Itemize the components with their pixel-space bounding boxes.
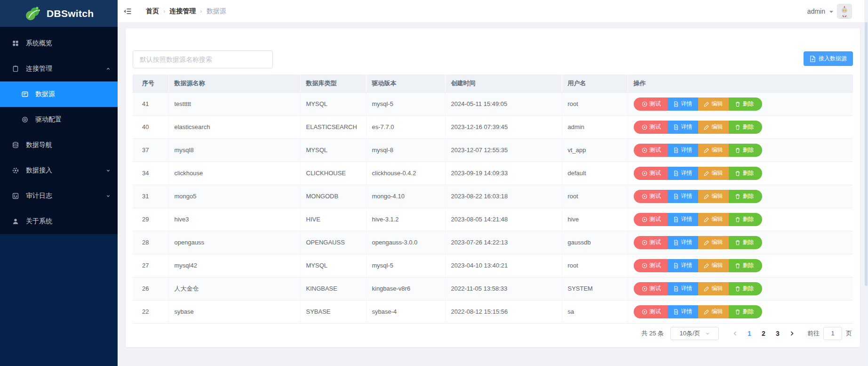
sidebar-item-data-navigation[interactable]: 数据导航 <box>0 132 118 158</box>
breadcrumb-connection-mgmt[interactable]: 连接管理 <box>169 7 196 16</box>
cell-type: HIVE <box>300 208 366 231</box>
edit-button[interactable]: 编辑 <box>698 98 729 111</box>
edit-button[interactable]: 编辑 <box>698 282 729 295</box>
table-body: 41 testtttt MYSQL mysql-5 2024-05-11 15:… <box>133 92 853 323</box>
sidebar-item-about-system[interactable]: 关于系统 <box>0 209 118 234</box>
detail-button[interactable]: 详情 <box>668 236 698 249</box>
add-datasource-label: 接入数据源 <box>819 55 847 63</box>
test-button-label: 测试 <box>650 192 661 200</box>
document-icon <box>673 101 679 107</box>
test-button[interactable]: 测试 <box>634 144 668 157</box>
edit-button[interactable]: 编辑 <box>698 144 729 157</box>
detail-button[interactable]: 详情 <box>668 98 698 111</box>
test-button[interactable]: 测试 <box>634 282 668 295</box>
sidebar-item-connection-mgmt[interactable]: 连接管理 <box>0 56 118 81</box>
trash-icon <box>735 263 741 268</box>
delete-button[interactable]: 删除 <box>729 259 762 272</box>
test-button[interactable]: 测试 <box>634 259 668 272</box>
edit-button[interactable]: 编辑 <box>698 167 729 180</box>
sidebar-item-label: 连接管理 <box>26 65 52 73</box>
logo-bar[interactable]: DBSwitch <box>0 0 118 27</box>
trash-icon <box>735 217 741 222</box>
edit-button[interactable]: 编辑 <box>698 190 729 203</box>
cell-type: KINGBASE <box>300 277 366 300</box>
goto-page-group: 前往 页 <box>807 327 852 340</box>
document-icon <box>673 309 679 315</box>
document-icon <box>673 171 679 176</box>
edit-button[interactable]: 编辑 <box>698 121 729 134</box>
detail-button[interactable]: 详情 <box>668 144 698 157</box>
edit-button[interactable]: 编辑 <box>698 259 729 272</box>
delete-button[interactable]: 删除 <box>729 167 762 180</box>
sidebar-item-driver-config[interactable]: 驱动配置 <box>0 107 118 132</box>
test-button-label: 测试 <box>650 308 661 316</box>
page-button-3[interactable]: 3 <box>771 330 785 337</box>
pencil-icon <box>704 240 709 245</box>
test-button[interactable]: 测试 <box>634 121 668 134</box>
page-size-select[interactable]: 10条/页 <box>670 327 719 340</box>
test-button[interactable]: 测试 <box>634 190 668 203</box>
add-datasource-button[interactable]: 接入数据源 <box>804 51 853 66</box>
sidebar-item-data-access[interactable]: 数据接入 <box>0 158 118 183</box>
next-page-button[interactable] <box>785 331 799 336</box>
edit-button[interactable]: 编辑 <box>698 305 729 318</box>
cell-index: 34 <box>133 162 168 185</box>
detail-button[interactable]: 详情 <box>668 167 698 180</box>
test-button[interactable]: 测试 <box>634 167 668 180</box>
test-button[interactable]: 测试 <box>634 213 668 226</box>
breadcrumb-home[interactable]: 首页 <box>146 7 159 16</box>
detail-button[interactable]: 详情 <box>668 282 698 295</box>
page-button-2[interactable]: 2 <box>757 330 771 337</box>
delete-button[interactable]: 删除 <box>729 190 762 203</box>
test-button[interactable]: 测试 <box>634 236 668 249</box>
edit-button[interactable]: 编辑 <box>698 236 729 249</box>
delete-button[interactable]: 删除 <box>729 305 762 318</box>
topbar: 首页 › 连接管理 › 数据源 admin <box>118 0 868 22</box>
cell-type: SYBASE <box>300 300 366 323</box>
delete-button-label: 删除 <box>743 169 754 177</box>
test-button[interactable]: 测试 <box>634 98 668 111</box>
cell-created: 2023-09-19 14:09:33 <box>445 162 562 185</box>
play-circle-icon <box>642 101 647 107</box>
cell-index: 41 <box>133 92 168 115</box>
sidebar-item-datasource[interactable]: 数据源 <box>0 81 118 107</box>
delete-button[interactable]: 删除 <box>729 98 762 111</box>
search-input[interactable] <box>133 50 273 68</box>
cell-driver: kingbase-v8r6 <box>366 277 445 300</box>
goto-page-input[interactable] <box>823 327 842 340</box>
user-avatar[interactable] <box>837 4 852 18</box>
datasource-card: 接入数据源 序号 数据源名称 数据库类型 驱动版本 创建时间 用户名 操作 41 <box>126 28 860 347</box>
detail-button[interactable]: 详情 <box>668 213 698 226</box>
user-menu[interactable]: admin <box>807 4 852 18</box>
vertical-scrollbar[interactable] <box>864 0 868 366</box>
detail-button[interactable]: 详情 <box>668 305 698 318</box>
detail-button[interactable]: 详情 <box>668 121 698 134</box>
delete-button[interactable]: 删除 <box>729 236 762 249</box>
fold-menu-icon[interactable] <box>123 8 132 15</box>
detail-button-label: 详情 <box>681 169 693 177</box>
pencil-icon <box>704 194 709 199</box>
sidebar-item-audit-log[interactable]: 审计日志 <box>0 183 118 209</box>
cell-type: MYSQL <box>300 92 366 115</box>
cell-index: 40 <box>133 115 168 138</box>
delete-button[interactable]: 删除 <box>729 213 762 226</box>
cell-user: root <box>562 185 628 208</box>
scrollbar-thumb[interactable] <box>865 22 868 286</box>
table-row: 31 mongo5 MONGODB mongo-4.10 2023-08-22 … <box>133 185 853 208</box>
sidebar-item-label: 数据导航 <box>26 141 52 149</box>
delete-button[interactable]: 删除 <box>729 282 762 295</box>
detail-button[interactable]: 详情 <box>668 190 698 203</box>
edit-button[interactable]: 编辑 <box>698 213 729 226</box>
delete-button[interactable]: 删除 <box>729 121 762 134</box>
cell-type: MONGODB <box>300 185 366 208</box>
test-button[interactable]: 测试 <box>634 305 668 318</box>
cell-driver: hive-3.1.2 <box>366 208 445 231</box>
detail-button[interactable]: 详情 <box>668 259 698 272</box>
prev-page-button[interactable] <box>728 331 742 336</box>
page-button-1[interactable]: 1 <box>742 330 757 337</box>
username-label[interactable]: admin <box>807 8 825 15</box>
cell-name: mysql42 <box>168 254 300 277</box>
sidebar-item-system-overview[interactable]: 系统概览 <box>0 31 118 56</box>
detail-button-label: 详情 <box>681 238 693 246</box>
delete-button[interactable]: 删除 <box>729 144 762 157</box>
